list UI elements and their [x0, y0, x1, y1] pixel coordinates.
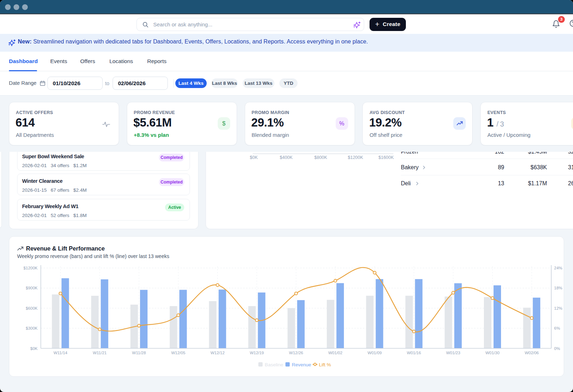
svg-text:Lift %: Lift %: [319, 362, 331, 367]
svg-text:0%: 0%: [554, 346, 560, 351]
svg-text:W01/09: W01/09: [368, 351, 382, 355]
svg-text:W12/05: W12/05: [171, 351, 185, 355]
svg-text:$300K: $300K: [26, 326, 38, 330]
svg-text:$900K: $900K: [26, 286, 38, 290]
svg-text:6%: 6%: [554, 326, 560, 330]
svg-text:Baseline: Baseline: [265, 362, 283, 367]
svg-text:W12/19: W12/19: [250, 351, 264, 355]
svg-text:W01/02: W01/02: [328, 351, 342, 355]
svg-text:Revenue: Revenue: [292, 362, 311, 367]
svg-text:W11/28: W11/28: [132, 351, 146, 355]
svg-text:W11/21: W11/21: [93, 351, 107, 355]
svg-text:W02/06: W02/06: [525, 351, 539, 355]
svg-text:W12/12: W12/12: [211, 351, 225, 355]
svg-text:W01/30: W01/30: [485, 351, 500, 355]
svg-text:W12/26: W12/26: [289, 351, 303, 355]
svg-text:$1200K: $1200K: [24, 266, 38, 270]
svg-text:$600K: $600K: [26, 306, 38, 310]
svg-text:18%: 18%: [554, 286, 562, 290]
svg-text:12%: 12%: [554, 306, 562, 310]
svg-text:$0K: $0K: [30, 346, 38, 351]
svg-text:W01/16: W01/16: [407, 351, 421, 355]
svg-text:W01/23: W01/23: [446, 351, 460, 355]
svg-text:24%: 24%: [554, 266, 562, 270]
svg-text:W11/14: W11/14: [53, 351, 67, 355]
